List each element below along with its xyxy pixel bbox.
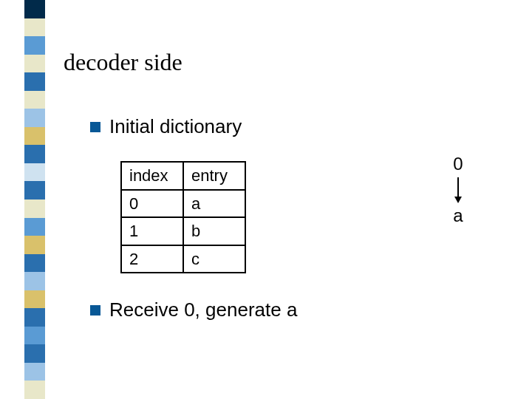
annotation-top-value: 0 bbox=[443, 154, 473, 174]
deco-segment bbox=[24, 18, 45, 37]
deco-segment bbox=[24, 109, 45, 127]
table-cell: 1 bbox=[121, 217, 183, 245]
deco-segment bbox=[24, 236, 45, 254]
bullet-receive-generate: Receive 0, generate a bbox=[90, 299, 297, 321]
bullet-initial-dictionary: Initial dictionary bbox=[90, 115, 242, 138]
deco-segment bbox=[24, 308, 45, 327]
decorative-strip bbox=[24, 0, 45, 399]
table-row: index entry bbox=[121, 162, 245, 190]
annotation-group: 0 a bbox=[443, 154, 473, 226]
deco-segment bbox=[24, 254, 45, 273]
table-cell: c bbox=[183, 245, 245, 273]
deco-segment bbox=[24, 272, 45, 290]
deco-segment bbox=[24, 127, 45, 146]
table-header-entry: entry bbox=[183, 162, 245, 190]
table-header-index: index bbox=[121, 162, 183, 190]
arrow-down-icon bbox=[453, 176, 463, 204]
deco-segment bbox=[24, 363, 45, 381]
bullet-text: Receive 0, generate a bbox=[109, 299, 297, 321]
bullet-text: Initial dictionary bbox=[109, 115, 242, 138]
deco-segment bbox=[24, 290, 45, 309]
deco-segment bbox=[24, 381, 45, 399]
svg-marker-1 bbox=[454, 197, 462, 203]
table-cell: 0 bbox=[121, 190, 183, 218]
deco-segment bbox=[24, 55, 45, 73]
bullet-square-icon bbox=[90, 305, 100, 316]
deco-segment bbox=[24, 36, 45, 55]
table-row: 2 c bbox=[121, 245, 245, 273]
table-row: 1 b bbox=[121, 217, 245, 245]
deco-segment bbox=[24, 145, 45, 163]
deco-segment bbox=[24, 327, 45, 345]
table-row: 0 a bbox=[121, 190, 245, 218]
dictionary-table: index entry 0 a 1 b 2 c bbox=[120, 161, 246, 273]
deco-segment bbox=[24, 91, 45, 109]
table-cell: a bbox=[183, 190, 245, 218]
deco-segment bbox=[24, 218, 45, 236]
table-cell: 2 bbox=[121, 245, 183, 273]
deco-segment bbox=[24, 163, 45, 182]
deco-segment bbox=[24, 200, 45, 218]
deco-segment bbox=[24, 72, 45, 91]
table-cell: b bbox=[183, 217, 245, 245]
slide-title: decoder side bbox=[64, 49, 183, 76]
deco-segment bbox=[24, 0, 45, 18]
deco-segment bbox=[24, 344, 45, 363]
bullet-square-icon bbox=[90, 122, 100, 132]
annotation-bottom-value: a bbox=[443, 205, 473, 226]
deco-segment bbox=[24, 181, 45, 200]
